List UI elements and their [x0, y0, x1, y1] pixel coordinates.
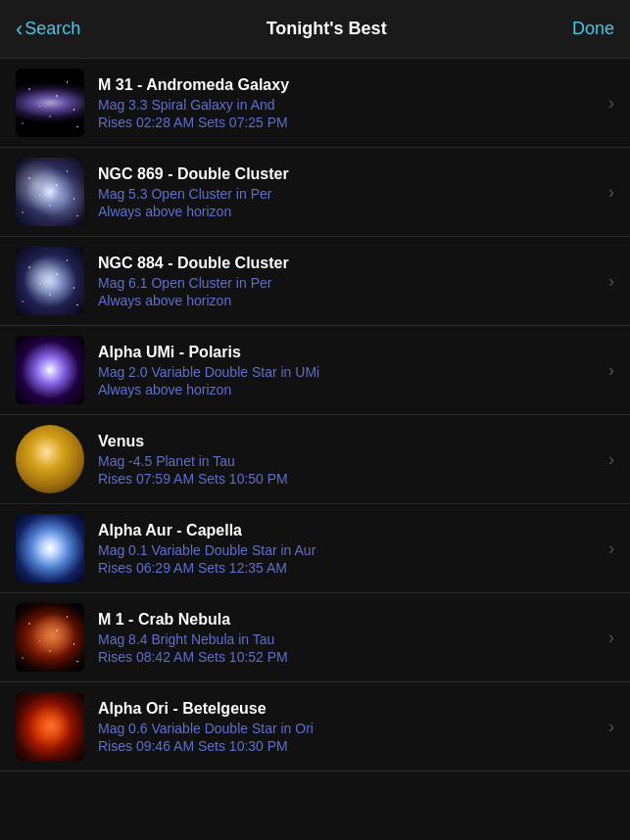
item-subtitle: Mag 6.1 Open Cluster in Per	[98, 275, 601, 291]
item-subtitle: Mag -4.5 Planet in Tau	[98, 453, 601, 469]
item-thumbnail	[16, 336, 84, 404]
item-info: Venus Mag -4.5 Planet in Tau Rises 07:59…	[98, 433, 601, 487]
item-name: Alpha UMi - Polaris	[98, 344, 601, 361]
item-name: M 31 - Andromeda Galaxy	[98, 76, 601, 94]
item-info: M 31 - Andromeda Galaxy Mag 3.3 Spiral G…	[98, 76, 601, 130]
item-time: Always above horizon	[98, 204, 601, 219]
item-name: Alpha Ori - Betelgeuse	[98, 700, 601, 718]
chevron-right-icon: ›	[608, 717, 614, 737]
item-thumbnail	[16, 514, 84, 583]
chevron-right-icon: ›	[608, 182, 614, 203]
list-item[interactable]: Alpha Ori - Betelgeuse Mag 0.6 Variable …	[0, 682, 630, 771]
header: ‹ Search Tonight's Best Done	[0, 0, 630, 59]
item-subtitle: Mag 3.3 Spiral Galaxy in And	[98, 97, 601, 113]
objects-list: M 31 - Andromeda Galaxy Mag 3.3 Spiral G…	[0, 59, 630, 840]
chevron-right-icon: ›	[608, 93, 614, 114]
item-info: NGC 884 - Double Cluster Mag 6.1 Open Cl…	[98, 255, 601, 308]
item-name: NGC 884 - Double Cluster	[98, 255, 601, 272]
star-overlay	[16, 603, 84, 672]
chevron-right-icon: ›	[608, 538, 614, 559]
star-overlay	[16, 247, 84, 315]
item-thumbnail	[16, 603, 84, 672]
item-name: NGC 869 - Double Cluster	[98, 165, 601, 183]
page-title: Tonight's Best	[80, 19, 572, 39]
item-info: M 1 - Crab Nebula Mag 8.4 Bright Nebula …	[98, 611, 601, 665]
item-name: Venus	[98, 433, 601, 450]
chevron-right-icon: ›	[608, 628, 614, 648]
chevron-right-icon: ›	[608, 449, 614, 470]
list-item[interactable]: M 31 - Andromeda Galaxy Mag 3.3 Spiral G…	[0, 59, 630, 148]
chevron-right-icon: ›	[608, 360, 614, 381]
item-name: Alpha Aur - Capella	[98, 522, 601, 539]
done-button[interactable]: Done	[572, 19, 614, 39]
item-thumbnail	[16, 692, 84, 761]
item-time: Always above horizon	[98, 382, 601, 397]
item-info: Alpha Aur - Capella Mag 0.1 Variable Dou…	[98, 522, 601, 576]
item-time: Rises 09:46 AM Sets 10:30 PM	[98, 738, 601, 754]
item-thumbnail	[16, 69, 84, 137]
back-label: Search	[24, 19, 80, 39]
item-time: Rises 07:59 AM Sets 10:50 PM	[98, 471, 601, 487]
list-item[interactable]: Alpha UMi - Polaris Mag 2.0 Variable Dou…	[0, 326, 630, 415]
list-item[interactable]: NGC 869 - Double Cluster Mag 5.3 Open Cl…	[0, 148, 630, 237]
item-name: M 1 - Crab Nebula	[98, 611, 601, 629]
list-item[interactable]: NGC 884 - Double Cluster Mag 6.1 Open Cl…	[0, 237, 630, 326]
list-item[interactable]: M 1 - Crab Nebula Mag 8.4 Bright Nebula …	[0, 593, 630, 682]
star-overlay	[16, 69, 84, 137]
item-subtitle: Mag 8.4 Bright Nebula in Tau	[98, 631, 601, 647]
item-thumbnail	[16, 158, 84, 226]
item-thumbnail	[16, 247, 84, 315]
list-item[interactable]: Alpha Aur - Capella Mag 0.1 Variable Dou…	[0, 504, 630, 593]
item-time: Rises 08:42 AM Sets 10:52 PM	[98, 649, 601, 665]
chevron-right-icon: ›	[608, 271, 614, 292]
item-time: Rises 02:28 AM Sets 07:25 PM	[98, 115, 601, 130]
list-item[interactable]: Venus Mag -4.5 Planet in Tau Rises 07:59…	[0, 415, 630, 504]
item-subtitle: Mag 2.0 Variable Double Star in UMi	[98, 364, 601, 380]
item-time: Always above horizon	[98, 293, 601, 308]
star-overlay	[16, 158, 84, 226]
item-time: Rises 06:29 AM Sets 12:35 AM	[98, 560, 601, 576]
item-subtitle: Mag 0.1 Variable Double Star in Aur	[98, 542, 601, 558]
back-button[interactable]: ‹ Search	[16, 19, 80, 40]
item-info: Alpha Ori - Betelgeuse Mag 0.6 Variable …	[98, 700, 601, 754]
chevron-left-icon: ‹	[16, 19, 23, 40]
item-subtitle: Mag 0.6 Variable Double Star in Ori	[98, 721, 601, 736]
item-info: NGC 869 - Double Cluster Mag 5.3 Open Cl…	[98, 165, 601, 219]
item-thumbnail	[16, 425, 84, 493]
item-info: Alpha UMi - Polaris Mag 2.0 Variable Dou…	[98, 344, 601, 397]
item-subtitle: Mag 5.3 Open Cluster in Per	[98, 186, 601, 202]
